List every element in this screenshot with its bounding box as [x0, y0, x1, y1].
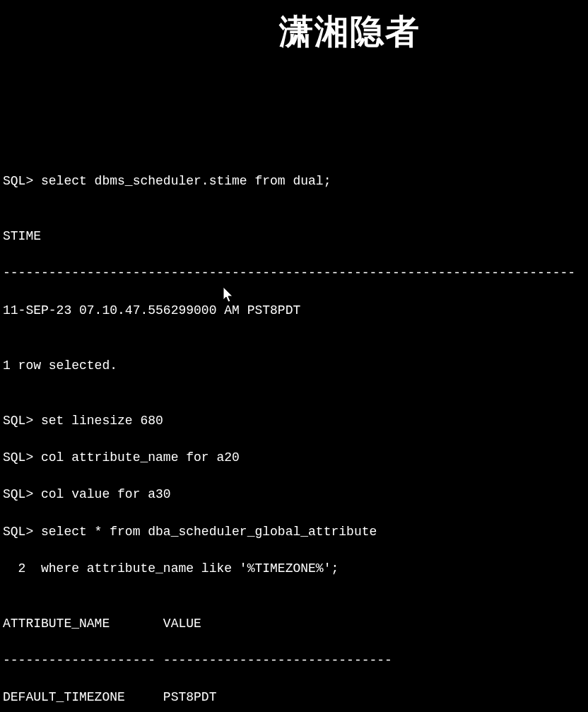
- result-row: 11-SEP-23 07.10.47.556299000 AM PST8PDT: [3, 301, 585, 320]
- sql-command-line: SQL> select * from dba_scheduler_global_…: [3, 523, 585, 541]
- sql-command-line: SQL> set linesize 680: [3, 412, 585, 430]
- sql-command-line: SQL> col value for a30: [3, 485, 585, 503]
- separator-line: -------------------- -------------------…: [3, 651, 585, 670]
- result-row: DEFAULT_TIMEZONE PST8PDT: [3, 688, 585, 706]
- sql-command-line: SQL> col attribute_name for a20: [3, 448, 585, 467]
- sql-command-line: SQL> select dbms_scheduler.stime from du…: [3, 172, 585, 190]
- column-header: ATTRIBUTE_NAME VALUE: [3, 614, 585, 633]
- watermark-text: 潇湘隐者: [279, 7, 421, 57]
- column-header: STIME: [3, 227, 585, 245]
- separator-line: ----------------------------------------…: [3, 264, 585, 282]
- row-count: 1 row selected.: [3, 356, 585, 375]
- terminal-output: SQL> select dbms_scheduler.stime from du…: [3, 153, 585, 712]
- sql-continuation-line: 2 where attribute_name like '%TIMEZONE%'…: [3, 559, 585, 578]
